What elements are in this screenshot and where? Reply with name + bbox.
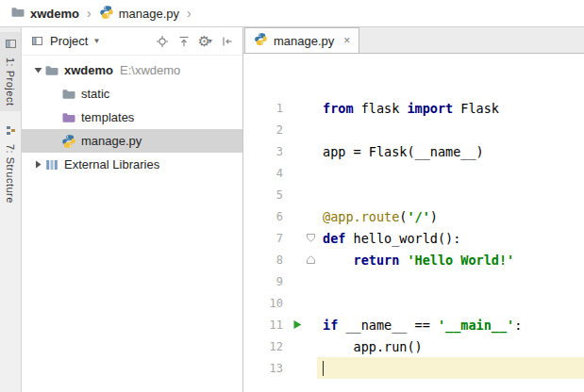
libraries-icon: [44, 157, 59, 172]
line-number: 1: [243, 102, 291, 115]
python-icon: [99, 5, 114, 23]
tree-item-xwdemo[interactable]: xwdemoE:\xwdemo: [22, 58, 242, 82]
code-line-6[interactable]: 6@app.route('/'): [243, 205, 584, 227]
line-number: 5: [243, 188, 291, 202]
tree-item-label: manage.py: [81, 134, 142, 148]
navigation-breadcrumb-bar: xwdemo › manage.py ›: [0, 0, 584, 27]
line-number: 10: [243, 297, 291, 310]
tree-item-label: static: [81, 87, 109, 101]
code-text: [317, 119, 584, 140]
tool-button-structure[interactable]: 7: Structure: [0, 119, 21, 209]
tree-item-external-libraries[interactable]: External Libraries: [22, 153, 242, 176]
code-text: if __name__ == '__main__':: [317, 314, 584, 335]
code-text: app = Flask(__name__): [317, 140, 584, 162]
fold-marker-icon[interactable]: [304, 233, 317, 243]
editor-area: manage.py × 1from flask import Flask23ap…: [243, 27, 584, 392]
code-line-13[interactable]: 13: [243, 357, 584, 379]
collapse-all-icon[interactable]: [175, 33, 192, 50]
project-tree: xwdemoE:\xwdemostatictemplatesmanage.pyE…: [22, 56, 242, 176]
tool-button-project[interactable]: 1: Project: [0, 32, 21, 111]
line-number: 2: [243, 123, 291, 137]
line-number: 11: [243, 318, 291, 332]
code-line-3[interactable]: 3app = Flask(__name__): [243, 140, 584, 162]
code-text: [317, 162, 584, 184]
line-number: 3: [243, 145, 291, 158]
folder-icon: [10, 5, 25, 23]
tree-item-path: E:\xwdemo: [120, 63, 180, 77]
code-text: [317, 184, 584, 205]
code-line-2[interactable]: 2: [243, 119, 584, 140]
code-line-11[interactable]: 11if __name__ == '__main__':: [243, 314, 584, 335]
code-text: app.run(): [317, 335, 584, 357]
run-line-icon[interactable]: [291, 319, 304, 330]
line-number: 6: [243, 210, 291, 223]
dropdown-arrow-icon[interactable]: ▼: [92, 37, 100, 45]
code-line-5[interactable]: 5: [243, 184, 584, 205]
collapse-arrow-icon[interactable]: [31, 65, 44, 75]
code-editor[interactable]: 1from flask import Flask23app = Flask(__…: [243, 54, 584, 392]
code-line-10[interactable]: 10: [243, 292, 584, 314]
tree-item-manage-py[interactable]: manage.py: [22, 129, 242, 153]
line-number: 13: [243, 362, 291, 375]
code-text: [317, 357, 584, 379]
code-text: return 'Hello World!': [317, 249, 584, 270]
code-line-9[interactable]: 9: [243, 270, 584, 292]
settings-gear-icon[interactable]: ⚙▼: [197, 33, 214, 50]
line-number: 9: [243, 275, 291, 288]
tree-item-templates[interactable]: templates: [22, 106, 242, 129]
editor-tab-bar: manage.py ×: [243, 27, 584, 54]
code-line-12[interactable]: 12 app.run(): [243, 335, 584, 357]
breadcrumb-file[interactable]: manage.py: [96, 3, 182, 24]
project-panel-title[interactable]: Project: [50, 34, 88, 48]
code-line-7[interactable]: 7def hello_world():: [243, 227, 584, 249]
folder-templates-icon: [61, 110, 76, 125]
project-panel-icon: [28, 33, 45, 50]
breadcrumb-project-label: xwdemo: [30, 7, 79, 21]
locate-file-icon[interactable]: [154, 33, 171, 50]
code-text: [317, 270, 584, 292]
project-panel-header: Project ▼ ⚙▼: [22, 27, 242, 56]
tree-item-label: xwdemo: [64, 63, 113, 77]
project-toolwindow-icon: [5, 38, 17, 53]
breadcrumb-file-label: manage.py: [119, 7, 179, 21]
structure-toolwindow-icon: [5, 124, 17, 139]
line-number: 8: [243, 253, 291, 267]
python-icon: [254, 32, 268, 49]
editor-tab-manage-py[interactable]: manage.py ×: [244, 27, 359, 53]
tree-item-label: External Libraries: [64, 157, 159, 172]
code-text: @app.route('/'): [317, 205, 584, 227]
chevron-right-icon: ›: [84, 6, 94, 21]
left-tool-stripe: 1: Project 7: Structure: [0, 27, 22, 392]
close-tab-icon[interactable]: ×: [343, 34, 350, 47]
chevron-right-icon: ›: [184, 6, 194, 21]
line-number: 4: [243, 167, 291, 180]
code-text: [317, 292, 584, 314]
folder-icon: [44, 63, 59, 78]
code-text: def hello_world():: [317, 227, 584, 249]
breadcrumb-project[interactable]: xwdemo: [8, 3, 82, 24]
tree-item-label: templates: [81, 110, 134, 124]
code-line-1[interactable]: 1from flask import Flask: [243, 97, 584, 119]
tree-item-static[interactable]: static: [22, 82, 242, 106]
project-panel: Project ▼ ⚙▼ xwdemoE:\xwdemostatictempla…: [22, 27, 243, 392]
text-caret: [323, 361, 324, 376]
fold-marker-icon[interactable]: [304, 254, 317, 265]
code-line-8[interactable]: 8 return 'Hello World!': [243, 249, 584, 270]
editor-tab-label: manage.py: [274, 34, 334, 48]
code-text: from flask import Flask: [317, 97, 584, 119]
python-icon: [61, 134, 76, 149]
folder-icon: [61, 87, 76, 102]
code-line-4[interactable]: 4: [243, 162, 584, 184]
line-number: 12: [243, 340, 291, 353]
line-number: 7: [243, 232, 291, 245]
tool-button-project-label: 1: Project: [5, 57, 16, 106]
expand-arrow-icon[interactable]: [31, 159, 44, 170]
hide-panel-icon[interactable]: [219, 33, 236, 50]
tool-button-structure-label: 7: Structure: [5, 144, 16, 204]
